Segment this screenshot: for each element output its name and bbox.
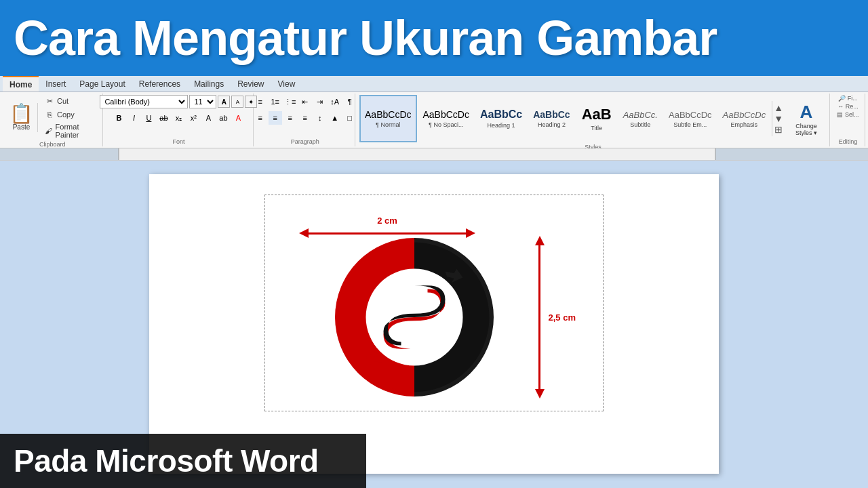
superscript-button[interactable]: x² — [186, 111, 200, 125]
styles-more-arrow[interactable]: ⊞ — [774, 124, 783, 135]
highlight-button[interactable]: ab — [216, 111, 230, 125]
style-emphasis-preview: AaBbCcDc — [723, 110, 766, 120]
style-heading2-preview: AaBbCc — [533, 109, 570, 120]
style-subtitle-label: Subtitle — [630, 121, 650, 128]
paragraph-group: ≡ 1≡ ⋮≡ ⇤ ⇥ ↕A ¶ ≡ ≡ ≡ ≡ ↕ ▲ □ — [255, 94, 355, 146]
numbering-button[interactable]: 1≡ — [269, 95, 282, 108]
multilevel-button[interactable]: ⋮≡ — [283, 95, 297, 108]
font-row-1: Calibri (Body) 11 A A ✦ — [100, 95, 257, 108]
style-title[interactable]: AaB Title — [576, 95, 617, 142]
copy-icon: ⎘ — [44, 109, 55, 120]
copy-label: Copy — [57, 110, 75, 119]
format-painter-icon: 🖌 — [44, 125, 54, 136]
decrease-indent-button[interactable]: ⇤ — [298, 95, 312, 108]
arrow-line-v — [538, 245, 540, 389]
paragraph-group-label: Paragraph — [291, 137, 319, 145]
paste-label: Paste — [13, 123, 31, 131]
font-color-button[interactable]: A — [231, 111, 245, 125]
tab-insert[interactable]: Insert — [39, 76, 73, 92]
font-name-select[interactable]: Calibri (Body) — [100, 95, 188, 108]
edit-group: 🔎 Fi... ↔ Re... ▤ Sel... Editing — [831, 94, 865, 146]
sort-button[interactable]: ↕A — [328, 95, 342, 108]
tab-view[interactable]: View — [271, 76, 302, 92]
clipboard-group: 📋 Paste ✂ Cut ⎘ Copy 🖌 Format Painter — [3, 94, 103, 146]
ruler-svg — [0, 148, 868, 160]
tab-references[interactable]: References — [132, 76, 187, 92]
para-row-1: ≡ 1≡ ⋮≡ ⇤ ⇥ ↕A ¶ — [254, 95, 357, 108]
strikethrough-button[interactable]: ab — [157, 111, 170, 125]
align-left-button[interactable]: ≡ — [254, 111, 267, 125]
text-effects-button[interactable]: A — [201, 111, 215, 125]
clipboard-group-label: Clipboard — [39, 140, 66, 148]
edit-find-label[interactable]: 🔎 Fi... — [838, 95, 858, 102]
align-right-button[interactable]: ≡ — [283, 111, 297, 125]
bottom-overlay: Pada Microsoft Word — [0, 434, 366, 488]
font-content: Calibri (Body) 11 A A ✦ B I U ab x₂ x² — [100, 95, 257, 137]
font-group: Calibri (Body) 11 A A ✦ B I U ab x₂ x² — [104, 94, 254, 146]
show-hide-button[interactable]: ¶ — [343, 95, 357, 108]
cut-button[interactable]: ✂ Cut — [42, 95, 100, 107]
edit-replace-label[interactable]: ↔ Re... — [837, 103, 859, 110]
style-subtitle[interactable]: AaBbCc. Subtitle — [618, 95, 663, 142]
style-heading2-label: Heading 2 — [538, 121, 566, 128]
subscript-button[interactable]: x₂ — [172, 111, 185, 125]
format-painter-button[interactable]: 🖌 Format Painter — [42, 122, 100, 140]
italic-button[interactable]: I — [127, 111, 140, 125]
styles-group: AaBbCcDc ¶ Normal AaBbCcDc ¶ No Spaci...… — [357, 94, 830, 146]
styles-down-arrow[interactable]: ▼ — [774, 113, 783, 124]
tab-page-layout[interactable]: Page Layout — [73, 76, 132, 92]
height-label: 2,5 cm — [549, 312, 576, 323]
cut-icon: ✂ — [44, 96, 55, 106]
vertical-dimension: 2,5 cm — [535, 236, 576, 399]
style-no-spacing[interactable]: AaBbCcDc ¶ No Spaci... — [418, 95, 474, 142]
para-row-2: ≡ ≡ ≡ ≡ ↕ ▲ □ — [254, 111, 357, 125]
underline-button[interactable]: U — [142, 111, 155, 125]
bold-button[interactable]: B — [112, 111, 125, 125]
style-emphasis[interactable]: AaBbCcDc Emphasis — [718, 95, 771, 142]
style-subtle-em[interactable]: AaBbCcDc Subtle Em... — [664, 95, 717, 142]
ribbon-tabs: Home Insert Page Layout References Maili… — [0, 76, 868, 92]
style-heading1-label: Heading 1 — [488, 122, 515, 129]
style-title-preview: AaB — [582, 106, 612, 123]
change-styles-label: ChangeStyles ▾ — [795, 123, 817, 136]
bullets-button[interactable]: ≡ — [254, 95, 267, 108]
tab-home[interactable]: Home — [3, 76, 39, 92]
font-shrink-button[interactable]: A — [231, 96, 243, 108]
style-subtle-em-label: Subtle Em... — [673, 121, 707, 128]
style-normal[interactable]: AaBbCcDc ¶ Normal — [359, 95, 416, 142]
logo-image — [326, 229, 502, 405]
style-heading2[interactable]: AaBbCc Heading 2 — [528, 95, 574, 142]
ruler-inner — [0, 148, 868, 160]
arrow-head-down — [535, 389, 545, 399]
edit-group-label: Editing — [839, 137, 858, 145]
font-grow-button[interactable]: A — [218, 96, 230, 108]
styles-content: AaBbCcDc ¶ Normal AaBbCcDc ¶ No Spaci...… — [359, 95, 827, 142]
image-container[interactable]: 2 cm 2,5 cm — [264, 195, 604, 411]
svg-rect-1 — [119, 148, 715, 160]
document-page: 2 cm 2,5 cm — [149, 174, 719, 474]
font-size-select[interactable]: 11 — [189, 95, 216, 108]
edit-content: 🔎 Fi... ↔ Re... ▤ Sel... — [837, 95, 859, 137]
paste-button[interactable]: 📋 Paste — [5, 103, 38, 132]
svg-rect-2 — [715, 148, 868, 160]
line-spacing-button[interactable]: ↕ — [313, 111, 327, 125]
align-center-button[interactable]: ≡ — [269, 111, 282, 125]
style-subtle-em-preview: AaBbCcDc — [669, 110, 712, 120]
styles-scroll: ▲ ▼ ⊞ — [772, 101, 785, 136]
style-no-spacing-label: ¶ No Spaci... — [429, 121, 463, 128]
borders-button[interactable]: □ — [343, 111, 357, 125]
edit-select-label[interactable]: ▤ Sel... — [837, 111, 859, 118]
tab-mailings[interactable]: Mailings — [187, 76, 231, 92]
ruler — [0, 148, 868, 161]
shading-button[interactable]: ▲ — [328, 111, 342, 125]
justify-button[interactable]: ≡ — [298, 111, 312, 125]
style-normal-label: ¶ Normal — [376, 121, 400, 128]
copy-button[interactable]: ⎘ Copy — [42, 108, 100, 121]
width-label: 2 cm — [377, 216, 397, 226]
style-heading1[interactable]: AaBbCc Heading 1 — [475, 95, 527, 142]
change-styles-button[interactable]: A ChangeStyles ▾ — [786, 95, 827, 142]
styles-up-arrow[interactable]: ▲ — [774, 102, 783, 113]
increase-indent-button[interactable]: ⇥ — [313, 95, 327, 108]
change-styles-icon: A — [800, 102, 813, 123]
tab-review[interactable]: Review — [231, 76, 271, 92]
